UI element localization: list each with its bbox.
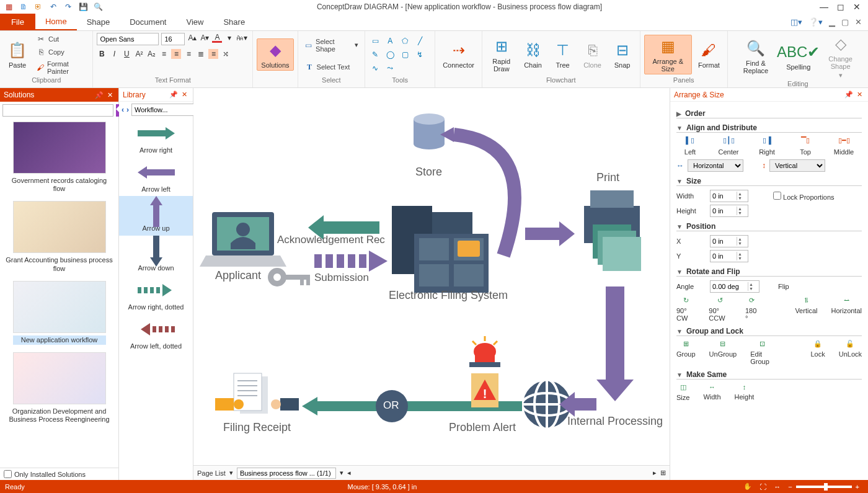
- diagram-canvas[interactable]: ! Store Print Applicant Acknowledgement …: [193, 88, 670, 465]
- align-top-button[interactable]: ▔▯Top: [793, 136, 818, 156]
- ungroup-button[interactable]: ⊟UnGroup: [709, 340, 737, 365]
- font-color-icon[interactable]: A: [212, 33, 222, 43]
- align-center-button[interactable]: ▯┃▯Center: [716, 136, 741, 156]
- rotate-180-button[interactable]: ⟳180 °: [745, 296, 758, 322]
- pin-icon[interactable]: 📌: [843, 91, 855, 99]
- solutions-button[interactable]: ◆ Solutions: [257, 38, 293, 71]
- library-item[interactable]: Arrow left, dotted: [119, 314, 193, 353]
- solution-item[interactable]: Grant Accounting business process flow: [0, 198, 118, 278]
- x-input[interactable]: ▲▼: [710, 235, 748, 247]
- lib-prev-icon[interactable]: ‹: [122, 105, 124, 114]
- arc-tool-icon[interactable]: ⤳: [384, 63, 396, 74]
- close-icon[interactable]: ✕: [180, 91, 189, 99]
- rounded-tool-icon[interactable]: ▢: [399, 49, 411, 60]
- snap-button[interactable]: ⊟Snap: [609, 39, 636, 70]
- align-right-button[interactable]: ▯▐Right: [755, 136, 779, 156]
- cut-button[interactable]: ✂Cut: [33, 33, 89, 45]
- solution-item[interactable]: New application workflow: [9, 278, 110, 350]
- flip-v-button[interactable]: ⥮Vertical: [795, 296, 817, 322]
- fit-page-icon[interactable]: ⛶: [760, 483, 766, 491]
- highlight-icon[interactable]: ▾: [224, 33, 234, 43]
- lock-proportions-checkbox[interactable]: [773, 192, 781, 200]
- align-middle-button[interactable]: ▯━▯Middle: [831, 136, 856, 156]
- lib-next-icon[interactable]: ›: [126, 105, 129, 114]
- hand-tool-icon[interactable]: ✋: [743, 482, 752, 491]
- close-button[interactable]: ✕: [853, 2, 861, 12]
- pencil-tool-icon[interactable]: ✎: [369, 49, 381, 60]
- tab-home[interactable]: Home: [35, 14, 77, 30]
- restore-ribbon-icon[interactable]: ▢: [841, 17, 849, 27]
- library-list[interactable]: Arrow right Arrow left Arrow up Arrow do…: [119, 118, 193, 480]
- tree-button[interactable]: ⊤Tree: [549, 39, 577, 70]
- rect-tool-icon[interactable]: ▭: [369, 35, 381, 47]
- solutions-search-input[interactable]: [2, 104, 113, 117]
- close-ribbon-icon[interactable]: ✕: [855, 17, 862, 27]
- same-width-button[interactable]: ↔Width: [703, 383, 720, 401]
- only-installed-checkbox[interactable]: [4, 470, 12, 478]
- solutions-list[interactable]: Government records cataloging flow Grant…: [0, 119, 118, 468]
- angle-input[interactable]: ▲▼: [710, 280, 760, 293]
- find-replace-button[interactable]: 🔍Find & Replace: [732, 37, 780, 76]
- change-shape-button[interactable]: ◇Change Shape▾: [817, 33, 864, 80]
- minimize-button[interactable]: —: [820, 2, 828, 12]
- file-tab[interactable]: File: [0, 14, 35, 30]
- text-tool-icon[interactable]: A: [384, 35, 396, 47]
- select-shape-button[interactable]: ▭Select Shape ▾: [302, 37, 361, 54]
- tab-shape[interactable]: Shape: [77, 14, 120, 30]
- group-button[interactable]: ⊞Group: [676, 340, 696, 365]
- unlock-button[interactable]: 🔓UnLock: [839, 340, 862, 365]
- scroll-left-icon[interactable]: ◂: [347, 469, 351, 477]
- select-text-button[interactable]: 𝐓Select Text: [302, 61, 361, 73]
- ellipse-tool-icon[interactable]: ◯: [384, 49, 396, 60]
- zoom-slider[interactable]: [796, 486, 852, 488]
- align-center-icon[interactable]: ≡: [171, 49, 181, 59]
- line-tool-icon[interactable]: ╱: [414, 35, 426, 47]
- rapid-draw-button[interactable]: ⊞Rapid Draw: [486, 35, 517, 74]
- connector-button[interactable]: ⇢ Connector: [439, 39, 478, 70]
- zoom-in-icon[interactable]: +: [856, 483, 859, 491]
- italic-icon[interactable]: I: [109, 49, 119, 59]
- page-select[interactable]: [237, 468, 336, 479]
- library-item[interactable]: Arrow right, dotted: [119, 275, 193, 314]
- solution-item[interactable]: Organization Development and Business Pr…: [0, 350, 118, 429]
- section-align[interactable]: ▼Align and Distribute: [676, 123, 862, 133]
- align-justify-icon[interactable]: ≣: [196, 49, 206, 59]
- undo-icon[interactable]: ↶: [48, 2, 58, 12]
- align-right-icon[interactable]: ≡: [184, 49, 193, 59]
- font-name-input[interactable]: [97, 33, 159, 45]
- maximize-button[interactable]: ◻: [837, 2, 844, 12]
- rotate-cw-button[interactable]: ↻90° CW: [676, 296, 695, 322]
- scroll-right-icon[interactable]: ▸: [653, 469, 657, 477]
- y-input[interactable]: ▲▼: [710, 250, 748, 262]
- format-painter-button[interactable]: 🖌Format Painter: [33, 59, 89, 76]
- fit-width-icon[interactable]: ↔: [774, 483, 781, 491]
- distribute-vertical[interactable]: Vertical: [769, 159, 825, 172]
- connector-tool-icon[interactable]: ↯: [414, 49, 426, 60]
- rotate-ccw-button[interactable]: ↺90° CCW: [709, 296, 732, 322]
- section-make-same[interactable]: ▼Make Same: [676, 370, 862, 380]
- text-direction-icon[interactable]: ⤭: [221, 49, 231, 59]
- height-input[interactable]: ▲▼: [710, 205, 748, 217]
- underline-icon[interactable]: U: [122, 49, 131, 59]
- page-list-dropdown-icon[interactable]: ▾: [229, 469, 233, 477]
- bold-icon[interactable]: B: [97, 49, 107, 59]
- preview-icon[interactable]: 🔍: [93, 2, 103, 12]
- width-input[interactable]: ▲▼: [710, 190, 748, 202]
- edit-group-button[interactable]: ⊡Edit Group: [750, 340, 774, 365]
- same-height-button[interactable]: ↕Height: [735, 383, 755, 401]
- pin-icon[interactable]: 📌: [93, 91, 105, 99]
- redo-icon[interactable]: ↷: [63, 2, 73, 12]
- copy-button[interactable]: ⎘Copy: [33, 46, 89, 58]
- subscript-icon[interactable]: A₂: [146, 49, 156, 59]
- page-dropdown-icon[interactable]: ▾: [340, 469, 343, 477]
- library-item[interactable]: Arrow left: [119, 157, 193, 196]
- library-item[interactable]: Arrow right: [119, 118, 193, 157]
- section-rotate[interactable]: ▼Rotate and Flip: [676, 267, 862, 277]
- shrink-font-icon[interactable]: A▾: [200, 33, 210, 43]
- save-icon[interactable]: 💾: [78, 2, 88, 12]
- valign-middle-icon[interactable]: ≡: [208, 49, 218, 59]
- help-icon[interactable]: ❔▾: [808, 17, 823, 27]
- clear-format-icon[interactable]: 🗛▾: [237, 33, 247, 43]
- lock-button[interactable]: 🔒Lock: [810, 340, 825, 365]
- polygon-tool-icon[interactable]: ⬠: [399, 35, 411, 47]
